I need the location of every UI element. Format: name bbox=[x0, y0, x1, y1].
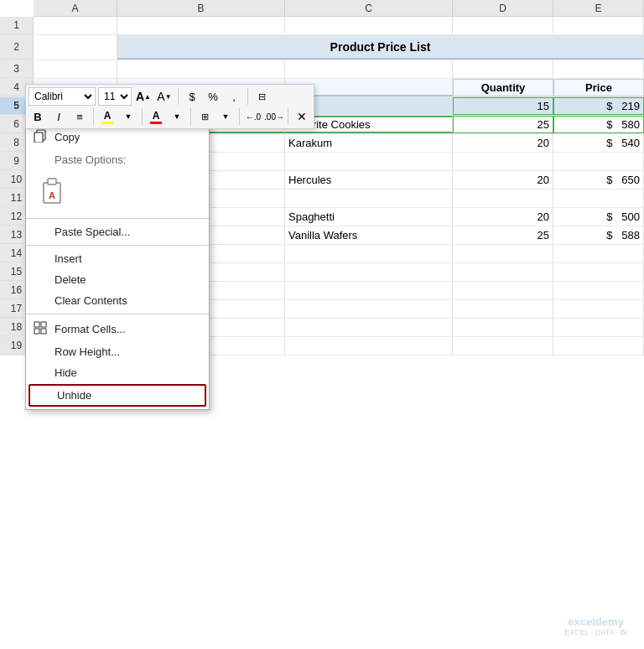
svg-rect-1 bbox=[34, 132, 43, 143]
border-dropdown-button[interactable]: ▼ bbox=[216, 107, 235, 126]
font-color-button[interactable]: A bbox=[147, 107, 165, 126]
mini-toolbar: Calibri 11 A▲ A▼ $ % , ⊟ B I ≡ A ▼ A ▼ bbox=[25, 84, 314, 129]
hide-menu-item[interactable]: Hide bbox=[26, 362, 209, 383]
cell-a2[interactable] bbox=[34, 35, 117, 60]
toolbar-row-2: B I ≡ A ▼ A ▼ ⊞ ▼ ←.0 .00→ ✕ bbox=[29, 107, 311, 126]
delete-menu-item[interactable]: Delete bbox=[26, 269, 209, 290]
toolbar-divider-6 bbox=[239, 108, 240, 125]
svg-rect-7 bbox=[34, 329, 39, 334]
cell-a3[interactable] bbox=[34, 60, 117, 78]
paste-options-header: Paste Options: bbox=[26, 149, 209, 170]
hide-label: Hide bbox=[55, 366, 199, 379]
paste-special-menu-item[interactable]: Paste Special... bbox=[26, 221, 209, 242]
cell-d5[interactable]: 15 bbox=[453, 97, 553, 115]
font-size-select[interactable]: 11 bbox=[98, 87, 132, 106]
watermark-tagline: EXCEL · DATA · BI bbox=[564, 628, 627, 636]
cell-d6[interactable]: 25 bbox=[453, 116, 553, 133]
cell-d8[interactable]: 20 bbox=[453, 134, 553, 152]
increase-font-button[interactable]: A▲ bbox=[134, 87, 153, 106]
col-header-d: D bbox=[453, 0, 553, 16]
cell-d4-header[interactable]: Quantity bbox=[453, 79, 553, 96]
clear-contents-menu-item[interactable]: Clear Contents bbox=[26, 290, 209, 311]
cell-e3[interactable] bbox=[553, 60, 644, 78]
col-header-a: A bbox=[34, 0, 117, 16]
toolbar-divider-4 bbox=[142, 108, 143, 125]
unhide-label: Unhide bbox=[57, 389, 196, 402]
row-number: 2 bbox=[0, 35, 34, 60]
context-menu-separator-2 bbox=[26, 245, 209, 246]
cell-e1[interactable] bbox=[553, 17, 644, 34]
paste-special-label: Paste Special... bbox=[55, 226, 199, 238]
cell-d10[interactable]: 20 bbox=[453, 171, 553, 189]
svg-rect-3 bbox=[48, 179, 56, 184]
cell-d3[interactable] bbox=[453, 60, 553, 78]
column-headers: A B C D E bbox=[34, 0, 644, 17]
toolbar-divider-7 bbox=[288, 108, 288, 125]
format-cells-icon bbox=[33, 321, 48, 337]
cell-b3[interactable] bbox=[117, 60, 285, 78]
row-number: 1 bbox=[0, 17, 34, 34]
cell-a1[interactable] bbox=[34, 17, 117, 34]
cell-e8[interactable]: $ 540 bbox=[553, 134, 644, 152]
paste-options-label: Paste Options: bbox=[55, 153, 199, 166]
currency-button[interactable]: $ bbox=[183, 87, 201, 106]
toolbar-divider bbox=[178, 88, 179, 105]
percent-button[interactable]: % bbox=[204, 87, 222, 106]
col-header-b: B bbox=[117, 0, 285, 16]
row-height-menu-item[interactable]: Row Height... bbox=[26, 341, 209, 362]
toolbar-row-1: Calibri 11 A▲ A▼ $ % , ⊟ bbox=[29, 87, 311, 106]
cell-c8[interactable]: Karakum bbox=[285, 134, 453, 152]
cell-e6[interactable]: $ 580 bbox=[553, 116, 644, 133]
clear-format-button[interactable]: ✕ bbox=[293, 107, 311, 126]
clear-contents-label: Clear Contents bbox=[55, 294, 199, 307]
cell-e4-header[interactable]: Price bbox=[553, 79, 644, 96]
context-menu-separator-3 bbox=[26, 314, 209, 314]
cell-d13[interactable]: 25 bbox=[453, 226, 553, 244]
toolbar-divider-5 bbox=[190, 108, 191, 125]
table-row: 3 bbox=[0, 60, 644, 79]
svg-rect-6 bbox=[41, 322, 46, 327]
paste-clipboard-icon: A bbox=[39, 177, 65, 209]
decrease-decimal-button[interactable]: ←.0 bbox=[244, 107, 262, 126]
font-color-bar bbox=[150, 122, 162, 124]
cell-e12[interactable]: $ 500 bbox=[553, 208, 644, 226]
cell-c13[interactable]: Vanilla Wafers bbox=[285, 226, 453, 244]
copy-label: Copy bbox=[55, 131, 199, 143]
font-color-letter: A bbox=[153, 110, 160, 122]
context-menu-separator bbox=[26, 218, 209, 219]
spreadsheet-title[interactable]: Product Price List bbox=[117, 35, 644, 60]
wrap-text-button[interactable]: ⊟ bbox=[252, 87, 271, 106]
row-number: 3 bbox=[0, 60, 34, 78]
increase-decimal-button[interactable]: .00→ bbox=[265, 107, 283, 126]
highlight-dropdown-button[interactable]: ▼ bbox=[119, 107, 138, 126]
paste-icon-item[interactable]: A bbox=[26, 170, 209, 215]
cell-e10[interactable]: $ 650 bbox=[553, 171, 644, 189]
format-cells-menu-item[interactable]: Format Cells... bbox=[26, 317, 209, 341]
font-color-dropdown-button[interactable]: ▼ bbox=[168, 107, 186, 126]
cell-e5[interactable]: $ 219 bbox=[553, 97, 644, 115]
decrease-font-button[interactable]: A▼ bbox=[155, 87, 174, 106]
font-name-select[interactable]: Calibri bbox=[29, 87, 96, 106]
comma-button[interactable]: , bbox=[225, 87, 243, 106]
svg-text:A: A bbox=[49, 190, 55, 200]
align-button[interactable]: ≡ bbox=[70, 107, 89, 126]
unhide-menu-item[interactable]: Unhide bbox=[29, 384, 206, 407]
cell-d12[interactable]: 20 bbox=[453, 208, 553, 226]
context-menu: ✂ Cut Copy Paste Options: A Paste Specia… bbox=[25, 101, 210, 410]
insert-menu-item[interactable]: Insert bbox=[26, 248, 209, 269]
cell-b1[interactable] bbox=[117, 17, 285, 34]
table-row: 2 Product Price List bbox=[0, 35, 644, 60]
col-header-c: C bbox=[285, 0, 453, 16]
bold-button[interactable]: B bbox=[29, 107, 47, 126]
highlight-letter: A bbox=[104, 110, 112, 122]
cell-d1[interactable] bbox=[453, 17, 553, 34]
italic-button[interactable]: I bbox=[49, 107, 68, 126]
cell-c1[interactable] bbox=[285, 17, 453, 34]
highlight-color-button[interactable]: A bbox=[98, 107, 117, 126]
border-button[interactable]: ⊞ bbox=[195, 107, 214, 126]
cell-e13[interactable]: $ 588 bbox=[553, 226, 644, 244]
cell-c3[interactable] bbox=[285, 60, 453, 78]
cell-c10[interactable]: Hercules bbox=[285, 171, 453, 189]
col-header-e: E bbox=[553, 0, 644, 16]
cell-c12[interactable]: Spaghetti bbox=[285, 208, 453, 226]
